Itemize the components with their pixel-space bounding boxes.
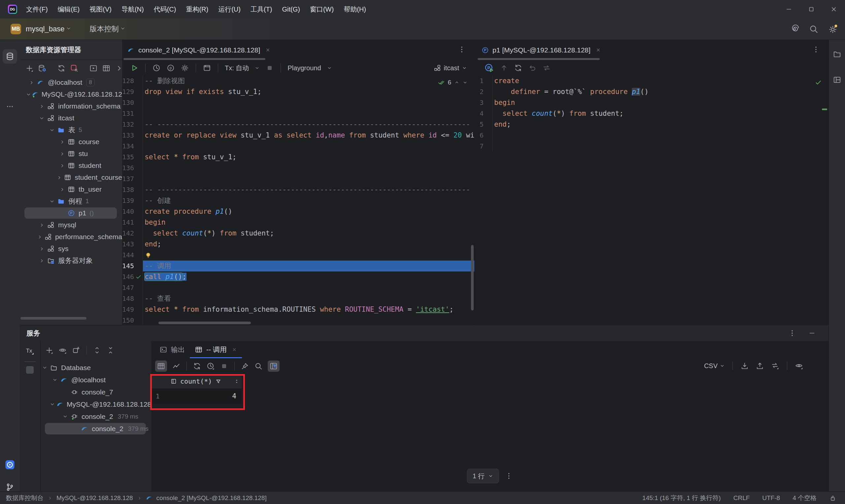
search-everywhere-icon[interactable] bbox=[809, 24, 818, 34]
collapse-icon[interactable] bbox=[106, 346, 115, 355]
menu-item-工具T[interactable]: 工具(T) bbox=[246, 0, 277, 18]
tree-item-course[interactable]: course bbox=[20, 136, 122, 148]
code-line-137[interactable]: 137 bbox=[122, 174, 474, 184]
menu-item-文件F[interactable]: 文件(F) bbox=[21, 0, 53, 18]
tree-item-Database[interactable]: Database bbox=[40, 361, 151, 374]
code-line-135[interactable]: 135select * from stu_v_1; bbox=[122, 152, 474, 163]
more-tool-windows-button[interactable] bbox=[0, 103, 20, 110]
refresh-icon[interactable] bbox=[57, 64, 66, 73]
chevron-right-icon[interactable] bbox=[58, 151, 66, 157]
panel-options-icon[interactable] bbox=[788, 329, 796, 337]
project-badge[interactable]: MB bbox=[11, 24, 21, 34]
eye-drop-icon[interactable] bbox=[58, 346, 67, 355]
intention-bulb-icon[interactable] bbox=[145, 252, 152, 259]
code-line-2[interactable]: 2 definer = root@`%` procedure p1() bbox=[476, 86, 828, 97]
console-settings-icon[interactable] bbox=[180, 64, 189, 72]
table-icon[interactable] bbox=[102, 64, 110, 73]
grid-settings-icon[interactable] bbox=[810, 361, 818, 370]
close-icon[interactable] bbox=[596, 47, 601, 53]
code-line-136[interactable]: 136 bbox=[122, 163, 474, 174]
table-icon[interactable] bbox=[155, 361, 167, 372]
chevron-right-icon[interactable] bbox=[58, 187, 66, 192]
code-line-5[interactable]: 5end; bbox=[476, 119, 828, 130]
chevron-down-icon[interactable] bbox=[66, 25, 72, 33]
sort-icon[interactable] bbox=[234, 378, 240, 384]
chevron-down-icon[interactable] bbox=[25, 92, 32, 97]
code-line-4[interactable]: 4 select count(*) from student; bbox=[476, 108, 828, 119]
tree-item-stu[interactable]: stu bbox=[20, 148, 122, 160]
chevron-down-icon[interactable] bbox=[120, 25, 126, 33]
tree-item-服务器对象[interactable]: 服务器对象 bbox=[20, 255, 122, 267]
stop-button[interactable] bbox=[265, 64, 274, 72]
tree-item-information_schema[interactable]: information_schema bbox=[20, 100, 122, 112]
code-line-148[interactable]: 148-- 查看 bbox=[122, 293, 474, 304]
chevron-right-icon[interactable] bbox=[37, 246, 46, 252]
import-data-icon[interactable] bbox=[756, 361, 764, 370]
tx-mode-selector[interactable]: Tx: 自动 bbox=[225, 64, 249, 73]
menu-item-导航N[interactable]: 导航(N) bbox=[117, 0, 149, 18]
inspection-widget[interactable] bbox=[813, 78, 823, 87]
chevron-down-icon[interactable] bbox=[51, 377, 59, 383]
code-line-7[interactable]: 7 bbox=[476, 141, 828, 152]
menu-item-运行U[interactable]: 运行(U) bbox=[213, 0, 246, 18]
close-icon[interactable] bbox=[265, 47, 271, 53]
tree-item-console_7[interactable]: console_7 bbox=[40, 386, 151, 398]
filter-icon[interactable] bbox=[268, 361, 280, 372]
tree-item-itcast[interactable]: itcast bbox=[20, 112, 122, 124]
menu-item-GitG[interactable]: Git(G) bbox=[277, 0, 305, 18]
compare-icon[interactable] bbox=[542, 64, 551, 72]
code-line-145[interactable]: 145-- 调用 bbox=[122, 260, 474, 271]
menu-item-窗口W[interactable]: 窗口(W) bbox=[305, 0, 339, 18]
chevron-down-icon[interactable] bbox=[48, 199, 56, 204]
chevron-down-icon[interactable] bbox=[37, 115, 46, 121]
chevron-right-icon[interactable] bbox=[37, 222, 46, 228]
submit-icon[interactable] bbox=[500, 64, 508, 72]
project-selector[interactable]: mysql_base bbox=[26, 25, 64, 33]
chevron-down-icon[interactable] bbox=[49, 401, 56, 407]
tab-scroll-thumb[interactable] bbox=[123, 58, 265, 60]
code-line-130[interactable]: 130 bbox=[122, 97, 474, 108]
parameters-icon[interactable]: p bbox=[166, 64, 175, 72]
stop-icon[interactable] bbox=[220, 362, 228, 371]
tree-item-student_course[interactable]: student_course bbox=[20, 172, 122, 183]
menu-item-帮助H[interactable]: 帮助(H) bbox=[339, 0, 371, 18]
tree-item-例程[interactable]: 例程1 bbox=[20, 195, 122, 207]
paging-options-icon[interactable] bbox=[505, 472, 513, 480]
settings-icon[interactable] bbox=[828, 24, 838, 34]
prev-problem-icon[interactable] bbox=[454, 80, 459, 85]
menu-item-视图V[interactable]: 视图(V) bbox=[85, 0, 117, 18]
indent-setting[interactable]: 4 个空格 bbox=[793, 494, 816, 502]
expand-icon[interactable] bbox=[93, 346, 101, 355]
database-settings-icon[interactable] bbox=[38, 64, 47, 73]
code-line-140[interactable]: 140create procedure p1() bbox=[122, 206, 474, 217]
chevron-right-icon[interactable] bbox=[55, 175, 63, 180]
code-line-3[interactable]: 3begin bbox=[476, 97, 828, 108]
procedure-editor[interactable]: 1create2 definer = root@`%` procedure p1… bbox=[476, 75, 828, 325]
grid-row[interactable]: 1 4 bbox=[152, 389, 242, 403]
filter-icon[interactable] bbox=[215, 378, 222, 384]
menu-item-重构R[interactable]: 重构(R) bbox=[181, 0, 213, 18]
breadcrumb-item[interactable]: console_2 [MySQL-@192.168.128.128] bbox=[156, 494, 267, 502]
close-icon[interactable] bbox=[232, 347, 237, 352]
chevron-down-icon[interactable] bbox=[48, 127, 56, 133]
ai-assistant-icon[interactable] bbox=[790, 24, 799, 34]
horizontal-scrollbar[interactable] bbox=[158, 322, 251, 324]
database-tool-window-button[interactable] bbox=[3, 49, 17, 64]
vertical-scrollbar[interactable] bbox=[471, 245, 474, 310]
breadcrumb-item[interactable]: 数据库控制台 bbox=[6, 494, 43, 502]
tree-item-mysql[interactable]: mysql bbox=[20, 219, 122, 231]
add-icon[interactable] bbox=[25, 64, 34, 73]
tree-item-MySQL-@192.168.128.12[interactable]: MySQL-@192.168.128.12 bbox=[20, 88, 122, 100]
tree-item-p1[interactable]: Pp1() bbox=[20, 207, 122, 219]
caret-position[interactable]: 145:1 (16 字符, 1 行 换行符) bbox=[642, 494, 721, 502]
tab-scroll-thumb[interactable] bbox=[478, 58, 600, 60]
next-problem-icon[interactable] bbox=[462, 80, 468, 85]
code-line-139[interactable]: 139-- 创建 bbox=[122, 195, 474, 206]
chevron-down-icon[interactable] bbox=[327, 65, 332, 71]
refresh-icon[interactable] bbox=[514, 64, 523, 72]
chevron-right-icon[interactable] bbox=[37, 258, 46, 264]
code-line-142[interactable]: 142 select count(*) from student; bbox=[122, 228, 474, 239]
tab-options-icon[interactable] bbox=[458, 46, 466, 53]
add-icon[interactable] bbox=[45, 346, 53, 355]
history-icon[interactable] bbox=[152, 64, 161, 72]
